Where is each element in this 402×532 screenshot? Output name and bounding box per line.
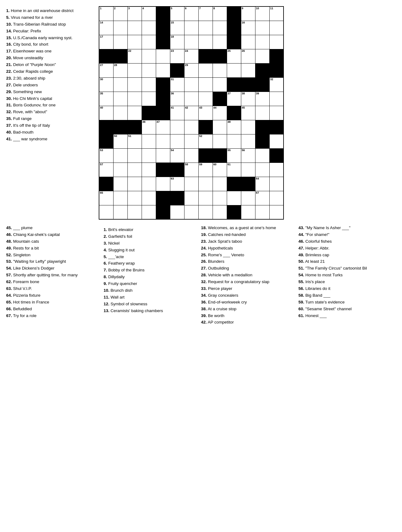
white-cell[interactable] — [170, 120, 184, 134]
white-cell[interactable]: 38 — [241, 92, 255, 106]
white-cell[interactable]: 18 — [170, 35, 184, 49]
white-cell[interactable]: 57 — [99, 163, 113, 177]
white-cell[interactable]: 36 — [170, 92, 184, 106]
white-cell[interactable] — [269, 21, 284, 35]
white-cell[interactable] — [156, 63, 170, 77]
white-cell[interactable]: 3 — [127, 6, 142, 21]
white-cell[interactable] — [156, 177, 170, 191]
white-cell[interactable] — [170, 134, 184, 148]
white-cell[interactable] — [184, 191, 198, 205]
white-cell[interactable] — [127, 163, 142, 177]
white-cell[interactable] — [269, 92, 284, 106]
white-cell[interactable] — [113, 177, 127, 191]
white-cell[interactable]: 29 — [184, 63, 198, 77]
white-cell[interactable] — [170, 205, 184, 219]
white-cell[interactable]: 1 — [99, 6, 113, 21]
white-cell[interactable] — [269, 177, 284, 191]
white-cell[interactable] — [142, 92, 156, 106]
white-cell[interactable] — [184, 92, 198, 106]
white-cell[interactable] — [269, 191, 284, 205]
white-cell[interactable] — [241, 134, 255, 148]
white-cell[interactable] — [198, 21, 213, 35]
white-cell[interactable]: 11 — [269, 6, 284, 21]
white-cell[interactable]: 51 — [127, 134, 142, 148]
white-cell[interactable] — [198, 177, 213, 191]
white-cell[interactable] — [227, 134, 241, 148]
white-cell[interactable]: 24 — [184, 49, 198, 63]
white-cell[interactable] — [142, 35, 156, 49]
white-cell[interactable] — [142, 148, 156, 163]
white-cell[interactable] — [184, 177, 198, 191]
white-cell[interactable] — [269, 134, 284, 148]
white-cell[interactable] — [142, 134, 156, 148]
white-cell[interactable] — [127, 177, 142, 191]
white-cell[interactable] — [213, 191, 227, 205]
white-cell[interactable]: 27 — [99, 63, 113, 77]
white-cell[interactable]: 6 — [184, 6, 198, 21]
white-cell[interactable]: 61 — [227, 163, 241, 177]
white-cell[interactable] — [198, 205, 213, 219]
white-cell[interactable] — [241, 163, 255, 177]
white-cell[interactable] — [127, 92, 142, 106]
white-cell[interactable] — [255, 106, 269, 120]
white-cell[interactable] — [255, 35, 269, 49]
white-cell[interactable] — [213, 63, 227, 77]
white-cell[interactable] — [198, 35, 213, 49]
white-cell[interactable] — [142, 63, 156, 77]
white-cell[interactable] — [241, 191, 255, 205]
white-cell[interactable] — [142, 49, 156, 63]
white-cell[interactable] — [127, 205, 142, 219]
white-cell[interactable] — [184, 148, 198, 163]
white-cell[interactable]: 46 — [142, 120, 156, 134]
white-cell[interactable]: 60 — [213, 163, 227, 177]
white-cell[interactable]: 25 — [227, 49, 241, 63]
white-cell[interactable]: 14 — [99, 21, 113, 35]
white-cell[interactable]: 53 — [99, 148, 113, 163]
white-cell[interactable] — [198, 63, 213, 77]
white-cell[interactable]: 59 — [198, 163, 213, 177]
white-cell[interactable] — [213, 205, 227, 219]
white-cell[interactable]: 30 — [99, 77, 113, 92]
white-cell[interactable] — [198, 77, 213, 92]
white-cell[interactable]: 41 — [170, 106, 184, 120]
white-cell[interactable]: 35 — [99, 92, 113, 106]
white-cell[interactable]: 52 — [198, 134, 213, 148]
white-cell[interactable] — [127, 148, 142, 163]
white-cell[interactable] — [255, 21, 269, 35]
white-cell[interactable] — [198, 92, 213, 106]
white-cell[interactable]: 54 — [170, 148, 184, 163]
white-cell[interactable] — [113, 148, 127, 163]
white-cell[interactable]: 47 — [156, 120, 170, 134]
white-cell[interactable]: 32 — [269, 77, 284, 92]
white-cell[interactable]: 15 — [170, 21, 184, 35]
white-cell[interactable] — [142, 191, 156, 205]
white-cell[interactable]: 10 — [255, 6, 269, 21]
white-cell[interactable] — [241, 205, 255, 219]
white-cell[interactable] — [127, 35, 142, 49]
white-cell[interactable] — [113, 191, 127, 205]
white-cell[interactable] — [213, 177, 227, 191]
white-cell[interactable]: 64 — [255, 177, 269, 191]
white-cell[interactable] — [255, 205, 269, 219]
white-cell[interactable] — [142, 77, 156, 92]
white-cell[interactable] — [213, 120, 227, 134]
white-cell[interactable] — [269, 163, 284, 177]
white-cell[interactable] — [156, 134, 170, 148]
white-cell[interactable]: 23 — [170, 49, 184, 63]
white-cell[interactable] — [127, 77, 142, 92]
white-cell[interactable]: 4 — [142, 6, 156, 21]
white-cell[interactable] — [113, 106, 127, 120]
white-cell[interactable]: 55 — [227, 148, 241, 163]
white-cell[interactable]: 43 — [198, 106, 213, 120]
white-cell[interactable]: 22 — [127, 49, 142, 63]
white-cell[interactable]: 42 — [184, 106, 198, 120]
white-cell[interactable]: 48 — [227, 120, 241, 134]
white-cell[interactable]: 63 — [170, 177, 184, 191]
white-cell[interactable]: 31 — [170, 77, 184, 92]
white-cell[interactable]: 39 — [255, 92, 269, 106]
white-cell[interactable]: 7 — [198, 6, 213, 21]
white-cell[interactable] — [113, 205, 127, 219]
white-cell[interactable] — [241, 63, 255, 77]
white-cell[interactable] — [156, 49, 170, 63]
white-cell[interactable] — [127, 191, 142, 205]
